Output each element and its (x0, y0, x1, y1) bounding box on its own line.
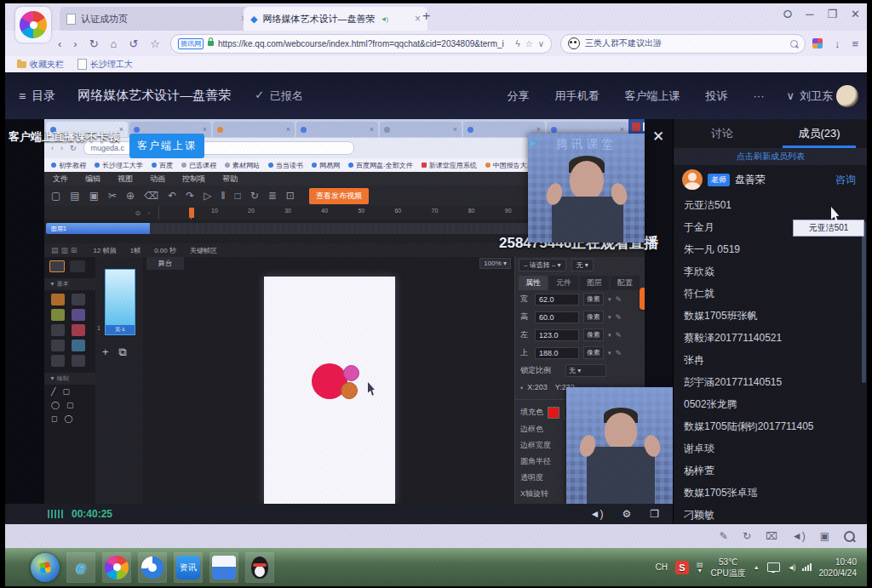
taskbar-swirl-app[interactable] (138, 552, 167, 583)
browser-tab-1[interactable]: 认证成功页 × (60, 7, 254, 31)
header-action-button[interactable]: 客户端上课 (624, 88, 680, 104)
history-icon[interactable]: ↺ (129, 37, 138, 50)
member-item[interactable]: 张冉 (674, 349, 856, 371)
taskbar-ie[interactable]: e (66, 552, 95, 583)
window-icon[interactable]: ▣ (820, 530, 829, 542)
member-item[interactable]: 彭宇涵201771140515 (674, 371, 856, 393)
search-icon[interactable] (844, 531, 855, 542)
open-client-button[interactable]: 客户端上课 (129, 134, 204, 158)
consult-link[interactable]: 咨询 (835, 173, 856, 187)
teacher-row[interactable]: 老师 盘善荣 咨询 (674, 165, 867, 194)
language-indicator[interactable]: CH (656, 562, 668, 572)
new-tab-button[interactable]: + (422, 9, 430, 24)
hidden-icons-arrow[interactable]: ▲ (754, 564, 760, 570)
member-item[interactable]: 朱一凡 0519 (674, 238, 856, 260)
flash-icon[interactable]: ϟ (515, 39, 519, 49)
toolbar-icon: ‖ (221, 190, 225, 202)
header-action-button[interactable]: 投诉 (705, 88, 727, 104)
sogou-ime-icon[interactable]: S (675, 561, 689, 574)
sound-icon[interactable]: ◄) (792, 530, 806, 542)
close-tab-icon[interactable]: × (415, 13, 421, 25)
refresh-members-link[interactable]: 点击刷新成员列表 (674, 148, 867, 165)
header-action-button[interactable]: 用手机看 (554, 88, 599, 104)
bookmark-item[interactable]: 长沙理工大 (77, 59, 133, 71)
member-item[interactable]: 元亚洁501 (674, 194, 856, 216)
page-icon (77, 59, 87, 70)
dropdown-icon[interactable]: ∨ (538, 39, 544, 49)
member-item[interactable]: 杨梓萱 (674, 460, 856, 482)
shared-bookmark: 已选课程 (181, 161, 216, 170)
home-icon[interactable]: ⌂ (111, 37, 118, 50)
property-input: 62.0 (535, 294, 579, 305)
downloads-icon[interactable]: ↓ (835, 37, 840, 50)
minimize-icon[interactable]: ─ (806, 8, 813, 21)
member-item[interactable]: 符仁就 (674, 283, 856, 305)
member-item[interactable]: 李欣焱 (674, 260, 856, 283)
tab-members[interactable]: 成员(23) (771, 119, 867, 148)
settings-gear-icon[interactable]: ⚙ (622, 508, 631, 520)
taskbar-browser[interactable] (102, 552, 131, 583)
member-item[interactable]: 数媒1705张卓瑶 (674, 482, 856, 504)
member-item[interactable]: 数媒1705班张帆 (674, 305, 856, 327)
tab-audio-icon[interactable]: ◄) (380, 15, 387, 23)
keyboard-icon[interactable]: ▤▾ (697, 562, 703, 574)
fill-color-swatch (548, 407, 559, 419)
close-window-icon[interactable]: ✕ (851, 8, 860, 21)
catalog-button[interactable]: ≡ 目录 (19, 88, 55, 104)
apps-grid-icon[interactable] (812, 38, 823, 49)
menu-icon[interactable]: ≡ (852, 37, 858, 50)
member-item[interactable]: 刁颖敏 (674, 504, 856, 524)
forward-icon[interactable]: › (73, 37, 77, 50)
favorite-icon[interactable]: ☆ (150, 37, 160, 50)
volume-icon[interactable]: ◄) (590, 508, 604, 520)
bookmarks-folder[interactable]: 收藏夹栏 (17, 59, 64, 71)
member-item[interactable]: 数媒1705陆俐钧2017711405 (674, 415, 856, 437)
fullscreen-icon[interactable]: ❐ (650, 508, 659, 520)
search-box[interactable]: 三类人群不建议出游 (560, 34, 806, 54)
search-icon[interactable] (790, 40, 798, 48)
user-avatar[interactable] (836, 85, 858, 107)
timeline-tick: 70 (432, 208, 439, 214)
start-button[interactable] (31, 553, 60, 582)
client-tooltip-text: 客户端上直播课不卡顿 (9, 129, 119, 145)
panda-icon (568, 37, 580, 49)
signal-bars-icon (48, 510, 63, 518)
clock-widget[interactable]: 10:40 2020/4/24 (819, 557, 858, 579)
system-tray: CH S ▤▾ 53℃ CPU温度 ▲ ◄) 10:40 2020/4/24 (656, 557, 860, 579)
tab-discussion[interactable]: 讨论 (674, 119, 771, 148)
browser-tab-2-active[interactable]: ◆ 网络媒体艺术设计—盘善荣 ◄) × (244, 7, 427, 31)
edit-icon[interactable]: ✎ (720, 530, 728, 542)
taskbar-news-app[interactable]: 资讯 (174, 552, 203, 583)
member-item[interactable]: 0502张龙腾 (674, 393, 856, 415)
delete-icon[interactable]: ⌧ (766, 530, 777, 542)
member-item[interactable]: 蔡毅泽201771140521 (674, 327, 856, 349)
network-icon[interactable] (767, 562, 780, 572)
restore-session-icon[interactable]: ⭘ (783, 8, 792, 21)
search-hotword[interactable]: 三类人群不建议出游 (585, 37, 662, 49)
browser-logo[interactable] (15, 7, 51, 43)
user-menu[interactable]: ∨ 刘卫东 (786, 88, 833, 104)
taskbar-qq[interactable] (245, 552, 274, 583)
ke-favicon-icon: ◆ (250, 14, 257, 25)
scrollbar-thumb[interactable] (862, 221, 866, 383)
member-item[interactable]: 谢卓琰 (674, 437, 856, 460)
bookmark-star-icon[interactable]: ☆ (525, 39, 533, 49)
header-action-button[interactable]: ··· (753, 89, 764, 102)
maximize-icon[interactable]: ❐ (827, 8, 837, 21)
members-panel: 讨论 成员(23) 点击刷新成员列表 老师 盘善荣 咨询 元亚洁501于金月朱一… (673, 119, 867, 524)
header-action-button[interactable]: 分享 (507, 88, 529, 104)
taskbar-window-app[interactable] (209, 552, 238, 583)
close-panel-icon[interactable]: ✕ (652, 128, 664, 146)
shared-bookmark: 新课堂应用系统 (422, 161, 477, 170)
teacher-body (587, 447, 655, 504)
address-bar[interactable]: 腾讯网 https://ke.qq.com/webcourse/index.ht… (170, 34, 552, 54)
refresh-icon[interactable]: ↻ (743, 530, 751, 542)
add-page-icon: + (102, 345, 109, 359)
volume-icon[interactable]: ◄) (788, 563, 795, 572)
signal-icon[interactable] (802, 563, 812, 571)
tray-date: 2020/4/24 (819, 568, 858, 579)
reload-icon[interactable]: ↻ (89, 37, 99, 50)
tool-grid (44, 290, 95, 370)
back-icon: ‹ (51, 144, 54, 152)
back-icon[interactable]: ‹ (58, 37, 61, 50)
